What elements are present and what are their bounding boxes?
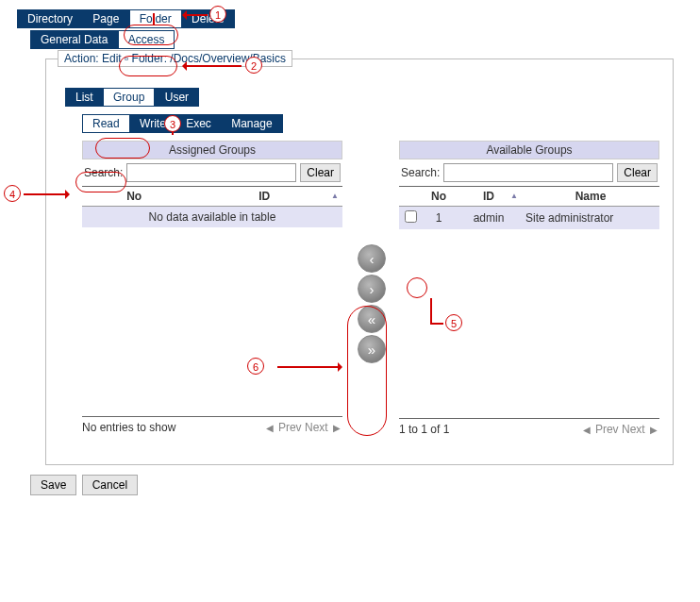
assigned-col-no[interactable]: No <box>82 187 186 207</box>
tab-list[interactable]: List <box>65 88 104 107</box>
tab-delete[interactable]: Delete <box>181 9 235 28</box>
double-chevron-left-icon: « <box>368 311 375 327</box>
available-search-input[interactable] <box>443 163 613 182</box>
assigned-search-label: Search: <box>84 166 123 179</box>
cancel-button[interactable]: Cancel <box>82 475 138 495</box>
sub-tab-row: General Data Access <box>30 30 692 49</box>
available-pager: ◀ Prev Next ▶ <box>581 423 659 436</box>
top-tab-row: Directory Page Folder Delete <box>17 9 692 28</box>
main-panel: Action: Edit ▫ Folder: /Docs/Overview/Ba… <box>45 59 674 465</box>
move-right-button[interactable]: › <box>358 275 386 303</box>
assigned-groups-title: Assigned Groups <box>82 141 342 159</box>
annotation-2: 2 <box>245 57 262 74</box>
tab-general-data[interactable]: General Data <box>30 30 118 49</box>
move-left-button[interactable]: ‹ <box>358 244 386 273</box>
available-search-label: Search: <box>401 166 440 179</box>
assigned-search-input[interactable] <box>126 163 296 182</box>
assigned-footer-info: No entries to show <box>82 421 175 434</box>
tab-access[interactable]: Access <box>118 30 175 49</box>
save-button[interactable]: Save <box>30 475 76 495</box>
next-icon: ▶ <box>331 423 342 433</box>
annotation-4: 4 <box>4 185 21 202</box>
tab-folder[interactable]: Folder <box>129 9 182 28</box>
assigned-col-id[interactable]: ID <box>186 187 342 207</box>
assigned-groups-panel: Assigned Groups Search: Clear No ID No d… <box>82 141 342 436</box>
move-all-right-button[interactable]: » <box>358 335 386 363</box>
available-groups-panel: Available Groups Search: Clear No ID Nam… <box>399 141 659 436</box>
tab-group[interactable]: Group <box>103 88 155 107</box>
available-footer-info: 1 to 1 of 1 <box>399 423 449 436</box>
annotation-6: 6 <box>247 358 264 375</box>
assigned-empty-cell: No data available in table <box>82 207 342 228</box>
tab-user[interactable]: User <box>155 88 199 107</box>
move-all-left-button[interactable]: « <box>358 305 386 333</box>
row-checkbox[interactable] <box>405 210 417 223</box>
tab-read[interactable]: Read <box>82 114 130 133</box>
row-name: Site administrator <box>522 207 659 230</box>
available-groups-title: Available Groups <box>399 141 659 159</box>
annotation-3: 3 <box>164 115 181 132</box>
available-col-no[interactable]: No <box>422 187 456 207</box>
row-no: 1 <box>422 207 456 230</box>
tab-exec[interactable]: Exec <box>175 114 222 133</box>
inner-tab-row: List Group User <box>65 88 659 107</box>
table-row[interactable]: 1 admin Site administrator <box>399 207 659 230</box>
available-prev[interactable]: Prev <box>595 423 619 436</box>
tab-manage[interactable]: Manage <box>221 114 282 133</box>
tab-page[interactable]: Page <box>82 9 129 28</box>
assigned-clear-button[interactable]: Clear <box>300 163 341 182</box>
available-table: No ID Name 1 admin Site administrator <box>399 187 659 229</box>
available-col-id[interactable]: ID <box>456 187 522 207</box>
row-id: admin <box>456 207 522 230</box>
assigned-table: No ID No data available in table <box>82 187 342 227</box>
available-col-name[interactable]: Name <box>522 187 659 207</box>
chevron-right-icon: › <box>370 281 375 297</box>
transfer-buttons: ‹ › « » <box>358 244 386 363</box>
groups-columns: Assigned Groups Search: Clear No ID No d… <box>82 141 659 436</box>
assigned-pager: ◀ Prev Next ▶ <box>264 421 342 434</box>
annotation-1: 1 <box>209 6 226 23</box>
next-icon: ▶ <box>648 425 659 435</box>
annotation-5: 5 <box>445 314 462 331</box>
chevron-left-icon: ‹ <box>370 251 375 267</box>
prev-icon: ◀ <box>581 425 592 435</box>
prev-icon: ◀ <box>264 423 275 433</box>
double-chevron-right-icon: » <box>368 342 375 358</box>
assigned-next[interactable]: Next <box>305 421 328 434</box>
available-clear-button[interactable]: Clear <box>617 163 658 182</box>
available-col-check <box>399 187 422 207</box>
available-next[interactable]: Next <box>622 423 645 436</box>
tab-directory[interactable]: Directory <box>17 9 83 28</box>
form-buttons: Save Cancel <box>30 475 692 495</box>
assigned-prev[interactable]: Prev <box>278 421 302 434</box>
